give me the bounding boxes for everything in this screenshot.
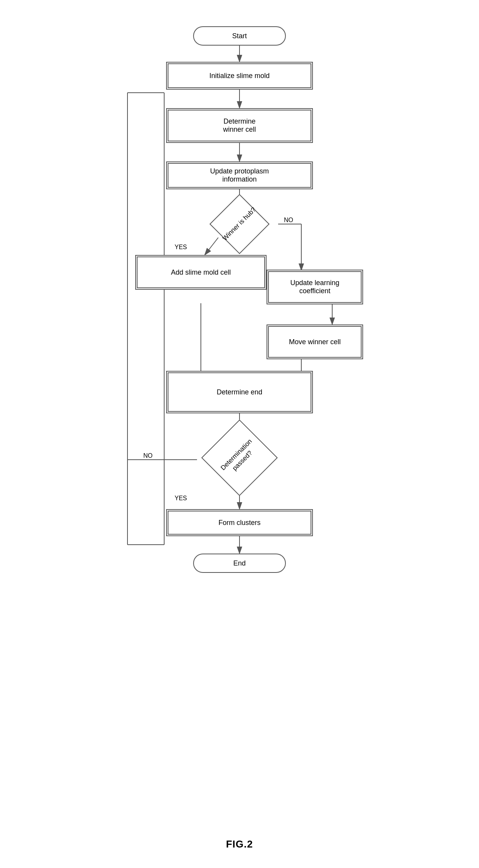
yes-label-det: YES [169,494,192,503]
update-learning-label: Update learningcoefficient [290,279,339,295]
update-learning-node: Update learningcoefficient [267,270,363,304]
determine-end-node: Determine end [166,371,313,413]
init-label: Initialize slime mold [209,72,270,80]
yes-label-hub: YES [169,243,192,252]
update-protoplasm-label: Update protoplasminformation [210,167,269,183]
determination-passed-diamond: Determinationpassed? [182,425,297,491]
start-label: Start [232,32,247,40]
determine-winner-node: Determinewinner cell [166,108,313,143]
winner-hub-diamond: Winner is hub? [193,200,286,248]
no-label-hub: NO [279,216,298,225]
move-winner-node: Move winner cell [267,324,363,359]
determine-end-label: Determine end [217,388,262,396]
init-node: Initialize slime mold [166,62,313,90]
flowchart-diagram: Start Initialize slime mold Determinewin… [104,15,375,827]
move-winner-label: Move winner cell [289,338,341,346]
form-clusters-node: Form clusters [166,509,313,536]
figure-label: FIG.2 [226,838,253,850]
add-slime-node: Add slime mold cell [135,255,267,290]
start-node: Start [193,26,286,46]
determine-winner-label: Determinewinner cell [223,117,256,134]
add-slime-label: Add slime mold cell [171,268,231,277]
update-protoplasm-node: Update protoplasminformation [166,161,313,189]
form-clusters-label: Form clusters [218,519,260,527]
end-label: End [233,559,246,567]
end-node: End [193,554,286,573]
no-label-det: NO [138,451,158,460]
